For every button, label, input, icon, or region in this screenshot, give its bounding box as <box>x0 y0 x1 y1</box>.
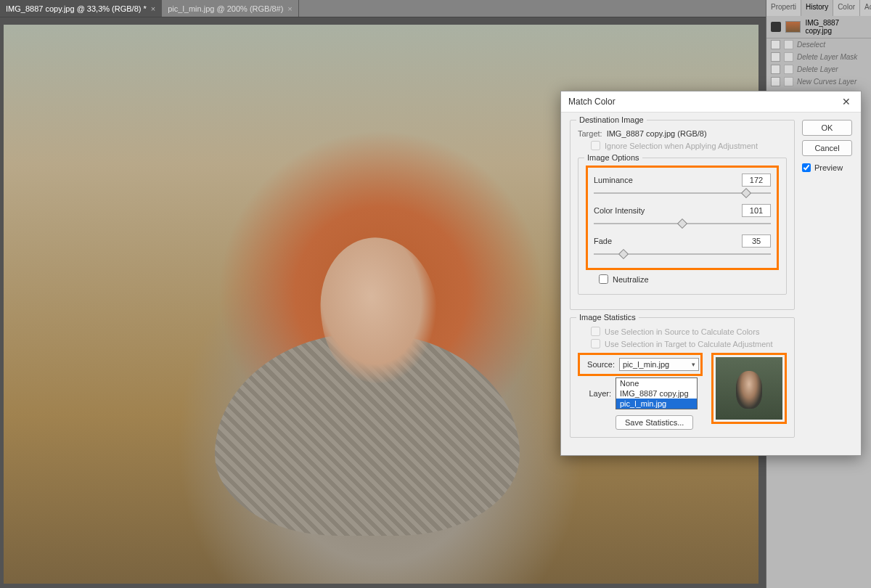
layer-label: Layer: <box>578 389 611 398</box>
neutralize-label: Neutralize <box>613 275 649 284</box>
preview-toggle[interactable]: Preview <box>802 163 852 172</box>
tab-actions[interactable]: Actio <box>860 0 871 16</box>
luminance-value[interactable]: 172 <box>742 173 771 187</box>
group-label: Image Statistics <box>576 313 639 322</box>
slider-thumb-icon[interactable] <box>618 249 629 259</box>
close-icon[interactable]: × <box>287 4 292 13</box>
use-target-selection-checkbox <box>591 339 600 348</box>
save-statistics-button[interactable]: Save Statistics... <box>616 415 693 430</box>
destination-image-group: Destination Image Target: IMG_8887 copy.… <box>570 120 795 310</box>
history-step-label: New Curves Layer <box>797 78 856 86</box>
dropdown-option[interactable]: None <box>616 378 697 388</box>
tab-properties[interactable]: Properti <box>766 0 801 16</box>
history-step-icon <box>784 77 793 86</box>
color-intensity-value[interactable]: 101 <box>742 204 771 217</box>
image-statistics-group: Image Statistics Use Selection in Source… <box>570 317 795 438</box>
history-list: Deselect Delete Layer Mask Delete Layer … <box>766 38 871 88</box>
neutralize-checkbox[interactable] <box>599 274 608 284</box>
fade-value[interactable]: 35 <box>742 234 771 248</box>
close-icon[interactable]: ✕ <box>839 96 854 107</box>
fade-label: Fade <box>594 237 612 245</box>
match-color-dialog: Match Color ✕ Destination Image Target: … <box>560 91 862 456</box>
brush-icon <box>771 22 781 32</box>
history-step-icon <box>784 65 793 74</box>
luminance-label: Luminance <box>594 176 633 184</box>
document-tab[interactable]: IMG_8887 copy.jpg @ 33,3% (RGB/8) * × <box>0 0 162 17</box>
history-file-label: IMG_8887 copy.jpg <box>805 19 867 35</box>
use-target-selection-label: Use Selection in Target to Calculate Adj… <box>605 340 773 348</box>
document-tab-label: pic_l_min.jpg @ 200% (RGB/8#) <box>168 4 283 13</box>
document-tab-label: IMG_8887 copy.jpg @ 33,3% (RGB/8) * <box>6 4 147 13</box>
tab-history[interactable]: History <box>801 0 833 16</box>
history-step[interactable]: New Curves Layer <box>766 75 871 88</box>
history-step-icon <box>784 52 793 62</box>
close-icon[interactable]: × <box>151 4 155 13</box>
highlight-box: Source: pic_l_min.jpg ▾ <box>578 353 703 376</box>
source-dropdown-list[interactable]: None IMG_8887 copy.jpg pic_l_min.jpg <box>616 377 698 409</box>
ignore-selection-label: Ignore Selection when Applying Adjustmen… <box>605 142 758 150</box>
history-swatch-icon <box>771 65 780 74</box>
color-intensity-slider[interactable] <box>594 219 771 229</box>
thumbnail-icon <box>785 21 801 33</box>
history-step[interactable]: Delete Layer Mask <box>766 51 871 63</box>
group-label: Destination Image <box>576 115 647 124</box>
chevron-down-icon: ▾ <box>692 361 695 368</box>
highlight-box <box>711 353 787 424</box>
document-tab-bar: IMG_8887 copy.jpg @ 33,3% (RGB/8) * × pi… <box>0 0 871 17</box>
history-swatch-icon <box>771 40 780 49</box>
group-label: Image Options <box>584 153 642 162</box>
document-tab[interactable]: pic_l_min.jpg @ 200% (RGB/8#) × <box>162 0 299 17</box>
history-step[interactable]: Deselect <box>766 38 871 51</box>
fade-slider[interactable] <box>594 249 771 259</box>
target-label: Target: <box>578 129 602 138</box>
preview-checkbox[interactable] <box>802 163 811 172</box>
history-swatch-icon <box>771 77 780 86</box>
ok-button[interactable]: OK <box>802 120 852 136</box>
cancel-button[interactable]: Cancel <box>802 140 852 156</box>
use-source-selection-checkbox <box>591 327 600 336</box>
history-snapshot[interactable]: IMG_8887 copy.jpg <box>766 16 871 38</box>
highlight-box: Luminance 172 Color Intensity 101 Fade 3… <box>586 166 779 270</box>
source-value: pic_l_min.jpg <box>623 360 669 369</box>
tab-color[interactable]: Color <box>833 0 860 16</box>
source-label: Source: <box>581 360 615 369</box>
slider-thumb-icon[interactable] <box>677 219 687 229</box>
color-intensity-label: Color Intensity <box>594 206 645 215</box>
dialog-title: Match Color <box>568 97 616 107</box>
history-step-label: Delete Layer Mask <box>797 53 857 61</box>
preview-label: Preview <box>814 163 843 172</box>
dialog-titlebar[interactable]: Match Color ✕ <box>561 91 861 113</box>
use-source-selection-label: Use Selection in Source to Calculate Col… <box>605 327 759 336</box>
history-step[interactable]: Delete Layer <box>766 63 871 75</box>
target-value: IMG_8887 copy.jpg (RGB/8) <box>607 129 707 138</box>
history-step-icon <box>784 40 793 49</box>
panel-tab-bar: Properti History Color Actio <box>766 0 871 16</box>
image-options-group: Image Options Luminance 172 Color Intens… <box>578 158 787 295</box>
luminance-slider[interactable] <box>594 188 771 198</box>
history-step-label: Deselect <box>797 41 825 49</box>
dropdown-option[interactable]: IMG_8887 copy.jpg <box>616 388 697 399</box>
source-preview-thumbnail <box>716 357 782 420</box>
slider-thumb-icon[interactable] <box>741 188 751 198</box>
history-swatch-icon <box>771 52 780 62</box>
ignore-selection-checkbox <box>591 141 600 150</box>
dropdown-option-selected[interactable]: pic_l_min.jpg <box>616 399 697 409</box>
history-step-label: Delete Layer <box>797 65 838 73</box>
source-combobox[interactable]: pic_l_min.jpg ▾ <box>619 358 699 371</box>
